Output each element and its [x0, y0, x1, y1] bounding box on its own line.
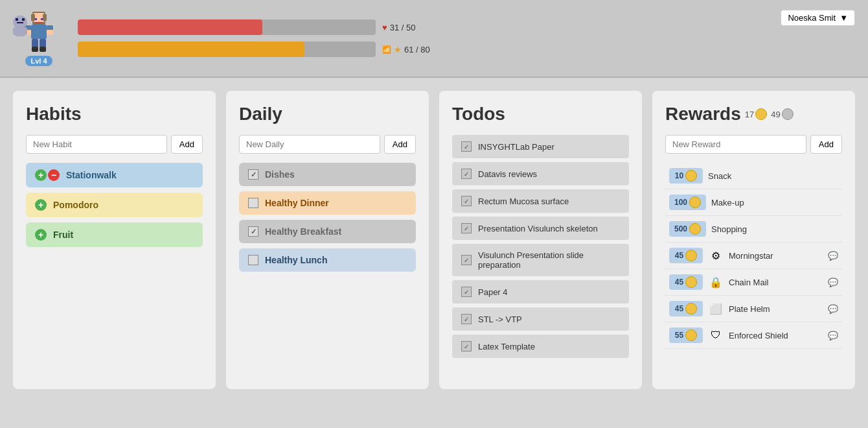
- todo-cb-visulunch[interactable]: [461, 255, 472, 265]
- todo-cb-datavis[interactable]: [461, 169, 472, 179]
- todo-item-latex: Latex Template: [452, 335, 629, 358]
- svg-rect-17: [16, 18, 18, 21]
- habit-item-stationwalk: + − Stationwalk: [26, 163, 203, 187]
- rewards-input-row: Add: [665, 135, 842, 154]
- todo-name-datavis: Datavis reviews: [478, 169, 537, 179]
- reward-name-chainmail: Chain Mail: [729, 278, 823, 287]
- todo-item-rectum: Rectum Mucosa surface: [452, 189, 629, 213]
- daily-item-breakfast: Healthy Breakfast: [239, 220, 416, 243]
- chainmail-comment-icon[interactable]: 💬: [828, 278, 838, 287]
- todo-cb-paper4[interactable]: [461, 287, 472, 297]
- todo-cb-presentation[interactable]: [461, 223, 472, 233]
- reward-cost-platehelm[interactable]: 45: [669, 301, 703, 316]
- silver-coin-badge: 49: [771, 108, 793, 120]
- reward-name-platehelm: Plate Helm: [729, 304, 823, 314]
- todo-cb-stl[interactable]: [461, 314, 472, 324]
- hp-label: ♥ 31 / 50: [382, 23, 415, 32]
- rewards-title-area: Rewards 17 49: [665, 104, 842, 125]
- reward-item-shopping: 500 Shopping: [665, 216, 842, 243]
- fruit-plus-button[interactable]: +: [35, 229, 47, 241]
- todo-cb-rectum[interactable]: [461, 196, 472, 206]
- habits-input[interactable]: [26, 135, 167, 154]
- todo-item-stl: STL -> VTP: [452, 307, 629, 331]
- todo-name-insyghtlab: INSYGHTLab Paper: [478, 142, 554, 152]
- todo-item-visulunch: Visulunch Presentation slide preparation: [452, 244, 629, 276]
- habit-name-fruit: Fruit: [53, 230, 73, 240]
- habits-title: Habits: [26, 104, 203, 125]
- chainmail-coin-icon: [685, 276, 697, 288]
- rewards-panel: Rewards 17 49 Add 10 Snack 100: [652, 91, 855, 389]
- svg-rect-11: [47, 30, 53, 35]
- svg-rect-22: [16, 27, 25, 36]
- svg-rect-14: [32, 47, 38, 52]
- header: Lvl 4 ♥ 31 / 50 📶 ★ 61 / 80 Noeska Smit …: [0, 0, 868, 78]
- gold-coin-badge: 17: [745, 108, 767, 120]
- reward-cost-morningstar[interactable]: 45: [669, 248, 703, 263]
- daily-add-button[interactable]: Add: [384, 135, 416, 154]
- xp-bar-fill: [78, 42, 304, 57]
- rewards-input[interactable]: [665, 135, 806, 154]
- reward-cost-chainmail[interactable]: 45: [669, 274, 703, 290]
- user-dropdown[interactable]: Noeska Smit ▼: [781, 10, 855, 26]
- lunch-checkbox[interactable]: [248, 255, 258, 265]
- habits-input-row: Add: [26, 135, 203, 154]
- reward-name-shield: Enforced Shield: [729, 331, 823, 340]
- hp-bar-track: [78, 19, 376, 35]
- chainmail-cost-value: 45: [675, 278, 683, 287]
- todo-cb-insyghtlab[interactable]: [461, 141, 472, 152]
- todo-item-insyghtlab: INSYGHTLab Paper: [452, 135, 629, 158]
- snack-coin-icon: [685, 170, 697, 182]
- pomodoro-plus-button[interactable]: +: [35, 199, 47, 211]
- breakfast-checkbox[interactable]: [248, 226, 258, 237]
- habits-add-button[interactable]: Add: [171, 135, 203, 154]
- daily-name-lunch: Healthy Lunch: [265, 255, 327, 265]
- reward-cost-snack[interactable]: 10: [669, 168, 703, 184]
- svg-rect-2: [31, 14, 35, 21]
- svg-rect-13: [40, 39, 46, 48]
- platehelm-comment-icon[interactable]: 💬: [828, 304, 838, 314]
- morningstar-comment-icon[interactable]: 💬: [828, 251, 838, 261]
- rewards-title: Rewards: [665, 104, 741, 125]
- habit-name-pomodoro: Pomodoro: [53, 200, 98, 210]
- todo-cb-latex[interactable]: [461, 341, 472, 351]
- daily-panel: Daily Add Dishes Healthy Dinner Healthy …: [226, 91, 429, 389]
- rewards-add-button[interactable]: Add: [810, 135, 842, 154]
- svg-rect-9: [47, 25, 53, 30]
- platehelm-coin-icon: [685, 303, 697, 315]
- reward-item-snack: 10 Snack: [665, 163, 842, 189]
- gold-coin-icon: [755, 108, 767, 120]
- daily-input-row: Add: [239, 135, 416, 154]
- dishes-checkbox[interactable]: [248, 169, 258, 180]
- shield-icon: 🛡: [708, 327, 724, 343]
- fruit-controls: +: [35, 229, 47, 241]
- reward-name-snack: Snack: [708, 171, 838, 181]
- morningstar-icon: ⚙: [708, 248, 724, 263]
- reward-cost-shopping[interactable]: 500: [669, 221, 706, 237]
- makeup-coin-icon: [689, 196, 701, 208]
- stationwalk-plus-button[interactable]: +: [35, 169, 47, 181]
- daily-input[interactable]: [239, 135, 380, 154]
- platehelm-cost-value: 45: [675, 304, 683, 313]
- svg-rect-12: [32, 39, 38, 48]
- stationwalk-minus-button[interactable]: −: [48, 169, 60, 181]
- todo-name-presentation: Presentation Visulunch skeleton: [478, 224, 598, 233]
- reward-item-morningstar: 45 ⚙ Morningstar 💬: [665, 243, 842, 269]
- svg-rect-4: [35, 18, 37, 20]
- dinner-checkbox[interactable]: [248, 198, 258, 208]
- todo-name-rectum: Rectum Mucosa surface: [478, 196, 569, 206]
- habit-item-pomodoro: + Pomodoro: [26, 193, 203, 217]
- bars-icon: 📶: [382, 45, 391, 54]
- reward-name-makeup: Make-up: [711, 198, 838, 208]
- hp-bar-fill: [78, 19, 262, 35]
- reward-cost-makeup[interactable]: 100: [669, 195, 706, 210]
- reward-item-makeup: 100 Make-up: [665, 189, 842, 216]
- daily-item-dinner: Healthy Dinner: [239, 191, 416, 215]
- shield-comment-icon[interactable]: 💬: [828, 331, 838, 340]
- reward-name-morningstar: Morningstar: [729, 251, 823, 261]
- svg-rect-6: [35, 22, 43, 23]
- morningstar-coin-icon: [685, 250, 697, 261]
- shield-cost-value: 55: [675, 331, 683, 340]
- reward-cost-shield[interactable]: 55: [669, 327, 703, 343]
- avatar-area: Lvl 4: [13, 10, 65, 66]
- todo-name-stl: STL -> VTP: [478, 315, 522, 324]
